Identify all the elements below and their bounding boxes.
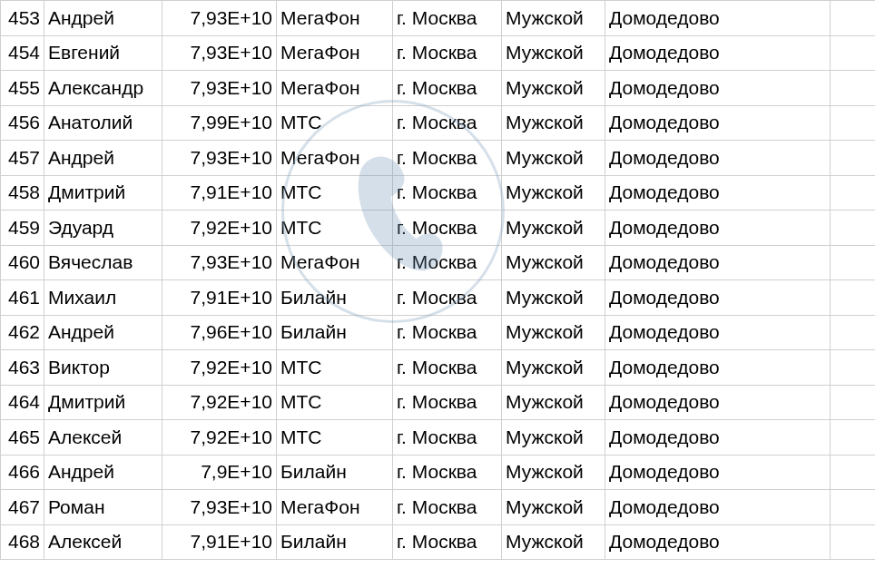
cell-phone[interactable]: 7,92E+10 (162, 211, 277, 246)
cell-district[interactable]: Домодедово (605, 385, 831, 420)
cell-city[interactable]: г. Москва (393, 315, 502, 350)
cell-name[interactable]: Виктор (44, 350, 162, 386)
cell-empty[interactable] (831, 315, 876, 350)
cell-phone[interactable]: 7,93E+10 (162, 35, 277, 71)
cell-phone[interactable]: 7,92E+10 (162, 385, 277, 420)
cell-row-number[interactable]: 462 (1, 315, 44, 350)
cell-phone[interactable]: 7,93E+10 (162, 490, 277, 525)
cell-name[interactable]: Андрей (44, 1, 162, 36)
cell-city[interactable]: г. Москва (393, 141, 502, 176)
cell-phone[interactable]: 7,96E+10 (162, 315, 277, 350)
cell-district[interactable]: Домодедово (605, 350, 831, 386)
cell-empty[interactable] (831, 280, 876, 316)
cell-empty[interactable] (831, 35, 876, 71)
cell-phone[interactable]: 7,93E+10 (162, 245, 277, 280)
cell-empty[interactable] (831, 420, 876, 456)
cell-operator[interactable]: МегаФон (277, 35, 393, 71)
cell-name[interactable]: Дмитрий (44, 385, 162, 420)
cell-district[interactable]: Домодедово (605, 211, 831, 246)
cell-operator[interactable]: МегаФон (277, 490, 393, 525)
cell-city[interactable]: г. Москва (393, 420, 502, 456)
cell-empty[interactable] (831, 455, 876, 490)
cell-gender[interactable]: Мужской (502, 524, 605, 560)
cell-phone[interactable]: 7,91E+10 (162, 280, 277, 316)
cell-empty[interactable] (831, 490, 876, 525)
cell-phone[interactable]: 7,9E+10 (162, 455, 277, 490)
cell-city[interactable]: г. Москва (393, 385, 502, 420)
cell-phone[interactable]: 7,93E+10 (162, 71, 277, 106)
cell-phone[interactable]: 7,92E+10 (162, 420, 277, 456)
cell-gender[interactable]: Мужской (502, 280, 605, 316)
cell-gender[interactable]: Мужской (502, 245, 605, 280)
cell-empty[interactable] (831, 385, 876, 420)
cell-gender[interactable]: Мужской (502, 455, 605, 490)
cell-district[interactable]: Домодедово (605, 490, 831, 525)
cell-city[interactable]: г. Москва (393, 1, 502, 36)
cell-name[interactable]: Евгений (44, 35, 162, 71)
cell-gender[interactable]: Мужской (502, 1, 605, 36)
cell-row-number[interactable]: 455 (1, 71, 44, 106)
cell-name[interactable]: Анатолий (44, 105, 162, 141)
cell-row-number[interactable]: 463 (1, 350, 44, 386)
cell-row-number[interactable]: 467 (1, 490, 44, 525)
cell-empty[interactable] (831, 141, 876, 176)
cell-row-number[interactable]: 460 (1, 245, 44, 280)
cell-name[interactable]: Дмитрий (44, 175, 162, 211)
cell-operator[interactable]: МТС (277, 420, 393, 456)
cell-city[interactable]: г. Москва (393, 105, 502, 141)
cell-gender[interactable]: Мужской (502, 141, 605, 176)
cell-row-number[interactable]: 461 (1, 280, 44, 316)
cell-row-number[interactable]: 465 (1, 420, 44, 456)
cell-city[interactable]: г. Москва (393, 455, 502, 490)
cell-gender[interactable]: Мужской (502, 211, 605, 246)
cell-city[interactable]: г. Москва (393, 350, 502, 386)
cell-district[interactable]: Домодедово (605, 141, 831, 176)
cell-name[interactable]: Алексей (44, 420, 162, 456)
cell-operator[interactable]: МТС (277, 211, 393, 246)
cell-operator[interactable]: МегаФон (277, 245, 393, 280)
cell-phone[interactable]: 7,92E+10 (162, 350, 277, 386)
cell-name[interactable]: Андрей (44, 455, 162, 490)
cell-gender[interactable]: Мужской (502, 71, 605, 106)
cell-district[interactable]: Домодедово (605, 280, 831, 316)
cell-gender[interactable]: Мужской (502, 315, 605, 350)
cell-district[interactable]: Домодедово (605, 420, 831, 456)
cell-city[interactable]: г. Москва (393, 524, 502, 560)
cell-gender[interactable]: Мужской (502, 350, 605, 386)
cell-row-number[interactable]: 468 (1, 524, 44, 560)
cell-operator[interactable]: МТС (277, 385, 393, 420)
cell-name[interactable]: Андрей (44, 141, 162, 176)
cell-empty[interactable] (831, 524, 876, 560)
cell-gender[interactable]: Мужской (502, 490, 605, 525)
cell-district[interactable]: Домодедово (605, 175, 831, 211)
cell-empty[interactable] (831, 175, 876, 211)
cell-operator[interactable]: МегаФон (277, 141, 393, 176)
cell-city[interactable]: г. Москва (393, 211, 502, 246)
cell-operator[interactable]: Билайн (277, 455, 393, 490)
cell-empty[interactable] (831, 1, 876, 36)
cell-name[interactable]: Эдуард (44, 211, 162, 246)
cell-phone[interactable]: 7,91E+10 (162, 175, 277, 211)
cell-city[interactable]: г. Москва (393, 35, 502, 71)
cell-gender[interactable]: Мужской (502, 420, 605, 456)
cell-operator[interactable]: Билайн (277, 280, 393, 316)
cell-row-number[interactable]: 457 (1, 141, 44, 176)
cell-gender[interactable]: Мужской (502, 175, 605, 211)
cell-operator[interactable]: Билайн (277, 315, 393, 350)
cell-empty[interactable] (831, 350, 876, 386)
cell-district[interactable]: Домодедово (605, 315, 831, 350)
cell-phone[interactable]: 7,91E+10 (162, 524, 277, 560)
cell-district[interactable]: Домодедово (605, 455, 831, 490)
cell-city[interactable]: г. Москва (393, 280, 502, 316)
cell-gender[interactable]: Мужской (502, 105, 605, 141)
cell-district[interactable]: Домодедово (605, 245, 831, 280)
cell-district[interactable]: Домодедово (605, 1, 831, 36)
cell-name[interactable]: Андрей (44, 315, 162, 350)
cell-row-number[interactable]: 456 (1, 105, 44, 141)
cell-district[interactable]: Домодедово (605, 35, 831, 71)
cell-name[interactable]: Михаил (44, 280, 162, 316)
cell-operator[interactable]: Билайн (277, 524, 393, 560)
cell-row-number[interactable]: 454 (1, 35, 44, 71)
cell-gender[interactable]: Мужской (502, 385, 605, 420)
cell-row-number[interactable]: 458 (1, 175, 44, 211)
